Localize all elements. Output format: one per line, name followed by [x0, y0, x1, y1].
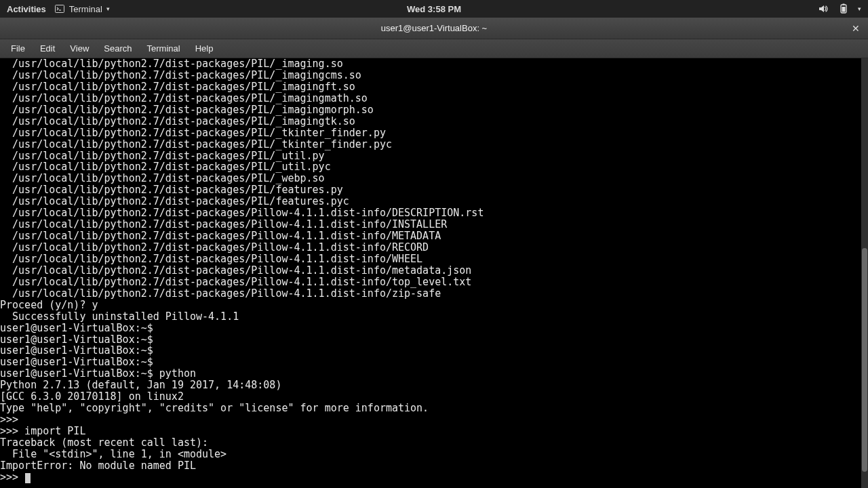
active-app-indicator[interactable]: Terminal ▾ — [54, 3, 110, 14]
activities-button[interactable]: Activities — [7, 4, 46, 14]
menu-edit[interactable]: Edit — [33, 42, 62, 55]
menu-file[interactable]: File — [4, 42, 32, 55]
system-tray: ▾ — [817, 3, 861, 15]
window-title: user1@user1-VirtualBox: ~ — [381, 23, 487, 33]
chevron-down-icon: ▾ — [106, 5, 110, 12]
scrollbar[interactable] — [861, 58, 868, 488]
window-titlebar[interactable]: user1@user1-VirtualBox: ~ ✕ — [0, 18, 868, 39]
system-menu-chevron-icon[interactable]: ▾ — [858, 5, 861, 12]
active-app-name: Terminal — [69, 4, 102, 14]
close-icon: ✕ — [852, 23, 860, 34]
menu-search[interactable]: Search — [97, 42, 138, 55]
clock[interactable]: Wed 3:58 PM — [407, 4, 461, 14]
terminal-output: /usr/local/lib/python2.7/dist-packages/P… — [0, 58, 868, 483]
svg-rect-4 — [842, 7, 846, 12]
close-button[interactable]: ✕ — [849, 22, 863, 35]
terminal-window: user1@user1-VirtualBox: ~ ✕ File Edit Vi… — [0, 18, 868, 488]
terminal-viewport[interactable]: /usr/local/lib/python2.7/dist-packages/P… — [0, 58, 868, 488]
menubar: File Edit View Search Terminal Help — [0, 39, 868, 58]
volume-icon[interactable] — [817, 3, 829, 15]
svg-rect-3 — [843, 4, 845, 5]
gnome-topbar: Activities Terminal ▾ Wed 3:58 PM ▾ — [0, 0, 868, 18]
menu-terminal[interactable]: Terminal — [140, 42, 187, 55]
svg-rect-0 — [55, 5, 64, 13]
terminal-cursor — [25, 473, 31, 483]
battery-icon[interactable] — [837, 3, 850, 15]
scrollbar-thumb[interactable] — [862, 248, 867, 472]
menu-help[interactable]: Help — [189, 42, 220, 55]
terminal-icon — [54, 3, 65, 14]
menu-view[interactable]: View — [63, 42, 96, 55]
